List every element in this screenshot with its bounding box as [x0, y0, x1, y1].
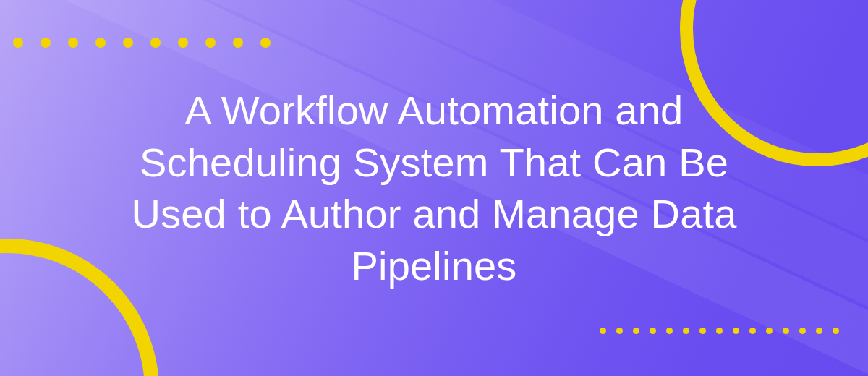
dot-row-top: [13, 38, 275, 48]
decorative-dot: [650, 328, 656, 334]
decorative-dot: [95, 38, 106, 48]
decorative-dot: [178, 38, 188, 48]
decorative-dot: [833, 328, 839, 334]
decorative-dot: [633, 328, 639, 334]
decorative-dot: [123, 38, 133, 48]
banner-title: A Workflow Automation and Scheduling Sys…: [109, 85, 760, 292]
decorative-dot: [749, 328, 756, 334]
dot-row-bottom: [600, 328, 839, 334]
decorative-dot: [233, 38, 243, 48]
decorative-dot: [716, 328, 723, 334]
decorative-dot: [783, 328, 789, 334]
decorative-dot: [816, 328, 822, 334]
decorative-dot: [13, 38, 23, 48]
decorative-dot: [41, 38, 51, 48]
decorative-dot: [666, 328, 673, 334]
decorative-dot: [260, 38, 271, 48]
decorative-dot: [799, 328, 806, 334]
decorative-dot: [600, 328, 606, 334]
decorative-dot: [616, 328, 623, 334]
decorative-dot: [699, 328, 706, 334]
decorative-dot: [766, 328, 773, 334]
decorative-dot: [150, 38, 161, 48]
decorative-dot: [683, 328, 689, 334]
decorative-dot: [68, 38, 78, 48]
banner-graphic: A Workflow Automation and Scheduling Sys…: [0, 0, 868, 376]
decorative-dot: [205, 38, 216, 48]
decorative-dot: [733, 328, 739, 334]
